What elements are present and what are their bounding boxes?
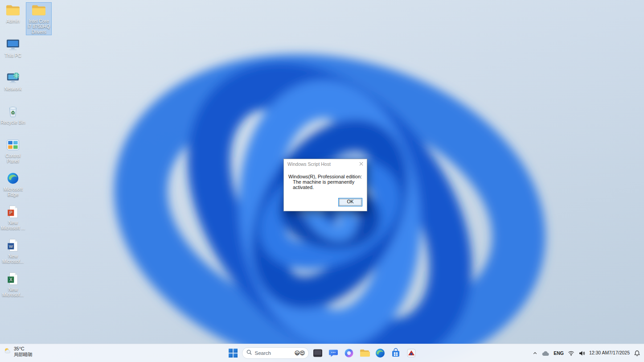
desktop-icon-label: Recycle Bin: [0, 119, 25, 125]
chat-icon[interactable]: [327, 346, 340, 360]
network-icon: [4, 71, 21, 85]
word-letter: W: [9, 244, 13, 249]
folder-icon: [4, 3, 21, 17]
weather-widget[interactable]: 35°C 局部晴朗: [4, 346, 33, 358]
recycle-glyph: ♻: [11, 110, 15, 115]
weather-temp: 35°C: [14, 346, 33, 352]
control-panel-icon: [4, 138, 21, 152]
excel-letter: X: [9, 277, 12, 282]
taskbar-center: Search 😄😍: [226, 344, 418, 362]
desktop-icon-intel-drivers[interactable]: Intel Core i7 8750HQ Drivers: [26, 2, 52, 35]
terminal-icon[interactable]: [311, 346, 324, 360]
search-highlights-icon[interactable]: 😄😍: [294, 350, 304, 356]
desktop-icon-new-excel[interactable]: X New Microsof...: [0, 271, 25, 298]
notification-bell-icon[interactable]: [634, 350, 640, 357]
system-tray: ENG 12:30 AM 7/17/2025: [533, 344, 640, 362]
powerpoint-letter: P: [9, 210, 12, 215]
dialog-title: Windows Script Host: [287, 161, 357, 167]
desktop-icon-recycle-bin[interactable]: ♻ Recycle Bin: [0, 103, 25, 126]
search-icon: [246, 349, 252, 357]
desktop-root: Admin Intel Core i7 8750HQ Drivers This …: [0, 0, 644, 362]
search-placeholder: Search: [255, 350, 292, 356]
tray-time: 12:30 AM: [589, 350, 609, 356]
wifi-icon[interactable]: [568, 351, 574, 356]
wsh-dialog: Windows Script Host Windows(R), Professi…: [283, 159, 367, 211]
desktop-icon-this-pc[interactable]: This PC: [0, 37, 25, 59]
word-file-icon: W: [4, 238, 21, 252]
desktop-icon-label: Admin: [0, 18, 25, 24]
pinned-app-icon[interactable]: [405, 346, 418, 360]
ok-button[interactable]: OK: [338, 198, 362, 206]
weather-condition: 局部晴朗: [14, 352, 33, 358]
desktop-icon-new-powerpoint[interactable]: P New Microsoft ...: [0, 204, 25, 231]
desktop-icon-label: New Microsof...: [0, 253, 25, 264]
desktop-icon-admin[interactable]: Admin: [0, 2, 25, 25]
onedrive-cloud-icon[interactable]: [541, 350, 550, 356]
desktop-icon-new-word[interactable]: W New Microsof...: [0, 237, 25, 265]
hidden-icons-chevron-icon[interactable]: [533, 351, 537, 356]
recycle-bin-icon: ♻: [4, 104, 21, 119]
edge-icon[interactable]: [373, 346, 387, 360]
excel-file-icon: X: [4, 272, 21, 286]
dialog-message-line2: The machine is permanently activated.: [288, 179, 362, 190]
file-explorer-icon[interactable]: [358, 346, 371, 360]
desktop-icon-network[interactable]: Network: [0, 70, 25, 92]
volume-icon[interactable]: [578, 350, 585, 356]
desktop-icon-edge[interactable]: Microsoft Edge: [0, 170, 25, 198]
dialog-message-line1: Windows(R), Professional edition:: [288, 174, 362, 179]
this-pc-icon: [4, 37, 21, 52]
desktop-icon-label: New Microsof...: [0, 287, 25, 297]
tray-date: 7/17/2025: [609, 350, 630, 356]
dialog-message: Windows(R), Professional edition: The ma…: [284, 169, 367, 193]
dialog-titlebar[interactable]: Windows Script Host: [284, 159, 367, 169]
clock[interactable]: 12:30 AM 7/17/2025: [589, 350, 630, 356]
edge-icon: [4, 171, 21, 185]
desktop-icon-label: This PC: [0, 53, 25, 58]
store-icon[interactable]: [389, 346, 402, 360]
desktop-icon-label: Network: [0, 86, 25, 91]
folder-icon: [30, 3, 47, 17]
desktop-icon-label: Microsoft Edge: [0, 186, 25, 197]
language-indicator[interactable]: ENG: [554, 350, 564, 356]
desktop-icon-label: Control Panel: [0, 153, 25, 164]
desktop-icon-control-panel[interactable]: Control Panel: [0, 137, 25, 165]
copilot-icon[interactable]: [342, 346, 356, 360]
close-icon[interactable]: [357, 160, 365, 168]
taskbar: 35°C 局部晴朗 Search 😄😍: [0, 344, 644, 362]
search-box[interactable]: Search 😄😍: [242, 347, 309, 359]
weather-icon: [4, 347, 12, 357]
weather-text: 35°C 局部晴朗: [14, 346, 33, 358]
desktop-icon-label: New Microsoft ...: [0, 220, 25, 230]
desktop-icon-label: Intel Core i7 8750HQ Drivers: [26, 18, 51, 34]
powerpoint-file-icon: P: [4, 205, 21, 219]
dialog-footer: OK: [284, 193, 367, 211]
start-button[interactable]: [226, 346, 240, 360]
